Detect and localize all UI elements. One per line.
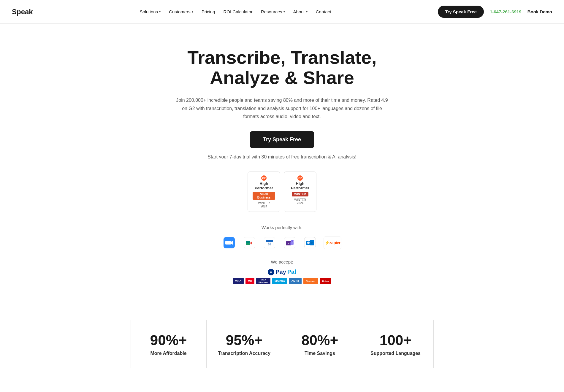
stat-affordable: 90%+ More Affordable bbox=[131, 320, 207, 368]
nav-about[interactable]: About▾ bbox=[293, 9, 308, 14]
svg-text:P: P bbox=[270, 271, 272, 274]
svg-rect-14 bbox=[290, 242, 294, 245]
zapier-icon: ⚡zapier bbox=[324, 236, 341, 249]
maestro-card: Maestro bbox=[272, 278, 287, 284]
svg-text:T: T bbox=[288, 242, 289, 245]
stat-label-3: Time Savings bbox=[288, 351, 352, 356]
stat-accuracy: 95%+ Transcription Accuracy bbox=[206, 320, 282, 368]
ms-teams-icon: T bbox=[283, 236, 296, 249]
g2-badges: G2 HighPerformer Small Business WINTER20… bbox=[160, 172, 404, 212]
brand-logo[interactable]: Speak bbox=[12, 8, 33, 16]
g2-icon-1: G2 bbox=[261, 175, 267, 181]
nav-pricing[interactable]: Pricing bbox=[202, 9, 215, 14]
stat-number-1: 90%+ bbox=[137, 332, 200, 348]
svg-point-19 bbox=[307, 242, 310, 244]
payment-section: We accept: P PayPal VISA MC VISAElectron… bbox=[160, 258, 404, 285]
stat-number-4: 100+ bbox=[364, 332, 427, 348]
nav-phone[interactable]: 1-647-261-6919 bbox=[490, 9, 522, 14]
outlook-icon bbox=[303, 236, 316, 249]
hero-subtext: Join 200,000+ incredible people and team… bbox=[175, 96, 389, 120]
mc-card: MC bbox=[245, 278, 254, 284]
svg-rect-5 bbox=[266, 240, 273, 242]
nav-book-demo[interactable]: Book Demo bbox=[527, 9, 552, 14]
badge-small-business: G2 HighPerformer Small Business WINTER20… bbox=[248, 172, 280, 212]
integration-icons-list: 31 T bbox=[160, 236, 404, 249]
hero-headline: Transcribe, Translate, Analyze & Share bbox=[160, 47, 404, 88]
nav-resources[interactable]: Resources▾ bbox=[261, 9, 285, 14]
stat-number-2: 95%+ bbox=[213, 332, 276, 348]
badge-title-2: HighPerformer bbox=[289, 181, 311, 190]
union-card: Union bbox=[320, 278, 331, 284]
integrations-section: Works perfectly with: bbox=[160, 224, 404, 249]
nav-solutions[interactable]: Solutions▾ bbox=[140, 9, 161, 14]
stat-label-1: More Affordable bbox=[137, 351, 200, 356]
payment-label: We accept: bbox=[175, 258, 389, 266]
navbar: Speak Solutions▾ Customers▾ Pricing ROI … bbox=[0, 0, 564, 24]
amex-card: AMEX bbox=[289, 278, 302, 284]
g2-icon-2: G2 bbox=[297, 175, 303, 181]
nav-links: Solutions▾ Customers▾ Pricing ROI Calcul… bbox=[140, 9, 331, 14]
hero-cta-button[interactable]: Try Speak Free bbox=[250, 131, 314, 148]
card-icons: VISA MC VISAElectron Maestro AMEX Discov… bbox=[233, 278, 331, 284]
zoom-icon bbox=[223, 236, 236, 249]
badge-season-2: WINTER2024 bbox=[289, 198, 311, 205]
stat-languages: 100+ Supported Languages bbox=[358, 320, 434, 368]
visa-electron-card: VISAElectron bbox=[256, 278, 270, 284]
stats-section: 90%+ More Affordable 95%+ Transcription … bbox=[119, 320, 445, 368]
stat-label-2: Transcription Accuracy bbox=[213, 351, 276, 356]
google-calendar-icon: 31 bbox=[263, 236, 276, 249]
badge-title-1: HighPerformer bbox=[253, 181, 275, 190]
discover-card: Discover bbox=[303, 278, 318, 284]
nav-roi-calculator[interactable]: ROI Calculator bbox=[224, 9, 253, 14]
nav-customers[interactable]: Customers▾ bbox=[169, 9, 193, 14]
visa-card: VISA bbox=[233, 278, 244, 284]
badge-season-1: WINTER2024 bbox=[253, 201, 275, 208]
nav-cta-button[interactable]: Try Speak Free bbox=[438, 6, 484, 18]
nav-right: Try Speak Free 1-647-261-6919 Book Demo bbox=[438, 6, 552, 18]
badge-sub-2: WINTER bbox=[292, 192, 308, 196]
paypal-badge: P PayPal VISA MC VISAElectron Maestro AM… bbox=[233, 269, 331, 284]
google-meet-icon bbox=[243, 236, 256, 249]
integrations-label: Works perfectly with: bbox=[175, 224, 389, 231]
svg-point-13 bbox=[291, 240, 294, 242]
stat-label-4: Supported Languages bbox=[364, 351, 427, 356]
badge-winter: G2 HighPerformer WINTER WINTER2024 bbox=[284, 172, 316, 212]
hero-trial-text: Start your 7-day trial with 30 minutes o… bbox=[175, 153, 389, 161]
stat-time-savings: 80%+ Time Savings bbox=[282, 320, 358, 368]
nav-contact[interactable]: Contact bbox=[316, 9, 331, 14]
hero-section: Transcribe, Translate, Analyze & Share J… bbox=[148, 24, 416, 320]
badge-sub-1: Small Business bbox=[253, 192, 275, 200]
stat-number-3: 80%+ bbox=[288, 332, 352, 348]
